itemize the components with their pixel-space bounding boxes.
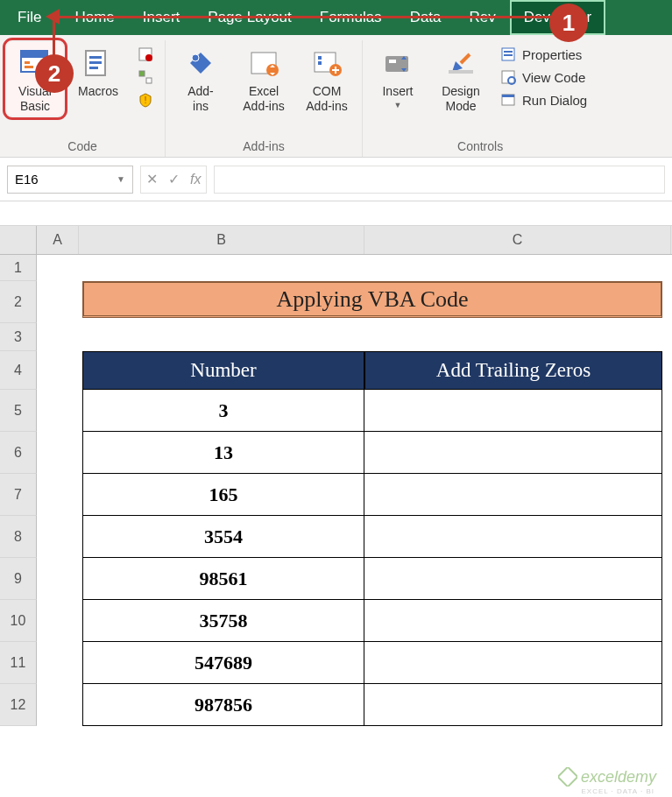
cell-c9[interactable] — [364, 558, 662, 600]
com-addins-icon — [308, 44, 346, 82]
addins-icon — [181, 44, 220, 82]
addins-button[interactable]: Add- ins — [173, 42, 229, 116]
addins-label: Add- ins — [187, 84, 214, 114]
design-mode-button[interactable]: Design Mode — [433, 42, 489, 116]
title-cell[interactable]: Applying VBA Code — [82, 281, 662, 318]
cell-c11[interactable] — [364, 642, 662, 684]
row-9: 9 98561 — [0, 558, 672, 600]
view-code-icon — [499, 68, 517, 86]
run-dialog-button[interactable]: Run Dialog — [496, 89, 591, 110]
annotation-arrow-line — [54, 16, 580, 18]
cell-b6[interactable]: 13 — [82, 432, 364, 474]
svg-rect-21 — [389, 60, 396, 63]
cell-c12[interactable] — [364, 684, 662, 726]
row-12: 12 987856 — [0, 684, 672, 726]
cell-a5[interactable] — [37, 390, 79, 432]
group-controls: Insert ▼ Design Mode Properties View Cod… — [363, 40, 598, 157]
view-code-button[interactable]: View Code — [496, 67, 591, 88]
row-header-8[interactable]: 8 — [0, 516, 37, 558]
formula-input[interactable] — [214, 166, 665, 194]
row-10: 10 35758 — [0, 600, 672, 642]
group-addins-label: Add-ins — [243, 138, 284, 157]
group-addins: Add- ins Excel Add-ins COM Add-ins Add-i… — [166, 40, 363, 157]
controls-small-buttons: Properties View Code Run Dialog — [496, 42, 591, 110]
row-11: 11 547689 — [0, 642, 672, 684]
insert-control-button[interactable]: Insert ▼ — [370, 42, 426, 111]
excel-addins-icon — [244, 44, 283, 82]
use-relative-button[interactable] — [133, 67, 158, 88]
svg-rect-5 — [89, 56, 102, 59]
row-header-1[interactable]: 1 — [0, 255, 37, 281]
cell-a6[interactable] — [37, 432, 79, 474]
enter-formula-icon[interactable]: ✓ — [168, 171, 180, 187]
row-header-3[interactable]: 3 — [0, 323, 37, 351]
cell-a12[interactable] — [37, 684, 79, 726]
cell-c1[interactable] — [364, 255, 671, 281]
cell-a7[interactable] — [37, 474, 79, 516]
fx-icon[interactable]: fx — [190, 172, 201, 187]
name-box[interactable]: E16 ▼ — [7, 166, 133, 194]
name-box-dropdown-icon[interactable]: ▼ — [117, 174, 125, 184]
cell-b3[interactable] — [79, 323, 364, 351]
table-header-trailing[interactable]: Add Trailing Zeros — [364, 351, 662, 390]
cancel-formula-icon[interactable]: ✕ — [146, 171, 158, 187]
formula-controls: ✕ ✓ fx — [140, 166, 207, 194]
record-macro-button[interactable] — [133, 44, 158, 65]
row-header-4[interactable]: 4 — [0, 351, 37, 390]
cell-c8[interactable] — [364, 516, 662, 558]
row-header-5[interactable]: 5 — [0, 390, 37, 432]
cell-a11[interactable] — [37, 642, 79, 684]
cell-c3[interactable] — [364, 323, 671, 351]
cell-a1[interactable] — [37, 255, 79, 281]
cell-c6[interactable] — [364, 432, 662, 474]
com-addins-label: COM Add-ins — [306, 84, 347, 114]
row-header-6[interactable]: 6 — [0, 432, 37, 474]
cell-a8[interactable] — [37, 516, 79, 558]
run-dialog-label: Run Dialog — [522, 93, 587, 108]
svg-rect-24 — [504, 51, 513, 53]
properties-button[interactable]: Properties — [496, 44, 591, 65]
macros-label: Macros — [78, 84, 118, 99]
table-header-number[interactable]: Number — [82, 351, 364, 390]
cell-b7[interactable]: 165 — [82, 474, 364, 516]
row-3: 3 — [0, 323, 672, 351]
select-all-corner[interactable] — [0, 226, 37, 254]
row-8: 8 3554 — [0, 516, 672, 558]
cell-b10[interactable]: 35758 — [82, 600, 364, 642]
row-header-7[interactable]: 7 — [0, 474, 37, 516]
col-header-a[interactable]: A — [37, 226, 79, 254]
cell-a3[interactable] — [37, 323, 79, 351]
svg-rect-11 — [146, 78, 152, 83]
col-header-c[interactable]: C — [364, 226, 671, 254]
row-header-2[interactable]: 2 — [0, 281, 37, 323]
excel-addins-label: Excel Add-ins — [243, 84, 284, 114]
row-header-11[interactable]: 11 — [0, 642, 37, 684]
macro-security-button[interactable]: ! — [133, 89, 158, 110]
cell-b12[interactable]: 987856 — [82, 684, 364, 726]
cell-b11[interactable]: 547689 — [82, 642, 364, 684]
cell-a9[interactable] — [37, 558, 79, 600]
row-header-9[interactable]: 9 — [0, 558, 37, 600]
svg-point-13 — [192, 54, 199, 61]
macros-icon — [79, 44, 117, 82]
cell-a4[interactable] — [37, 351, 79, 390]
com-addins-button[interactable]: COM Add-ins — [299, 42, 355, 116]
cell-a10[interactable] — [37, 600, 79, 642]
cell-b8[interactable]: 3554 — [82, 516, 364, 558]
name-box-value: E16 — [15, 172, 39, 187]
macros-button[interactable]: Macros — [70, 42, 126, 101]
callout-2: 2 — [35, 54, 74, 93]
cell-b1[interactable] — [79, 255, 364, 281]
cell-a2[interactable] — [37, 281, 79, 323]
row-4: 4 Number Add Trailing Zeros — [0, 351, 672, 390]
excel-addins-button[interactable]: Excel Add-ins — [236, 42, 292, 116]
cell-c5[interactable] — [364, 390, 662, 432]
row-header-10[interactable]: 10 — [0, 600, 37, 642]
cell-c10[interactable] — [364, 600, 662, 642]
group-code-label: Code — [67, 138, 96, 157]
cell-c7[interactable] — [364, 474, 662, 516]
cell-b9[interactable]: 98561 — [82, 558, 364, 600]
col-header-b[interactable]: B — [79, 226, 364, 254]
row-header-12[interactable]: 12 — [0, 684, 37, 726]
cell-b5[interactable]: 3 — [82, 390, 364, 432]
